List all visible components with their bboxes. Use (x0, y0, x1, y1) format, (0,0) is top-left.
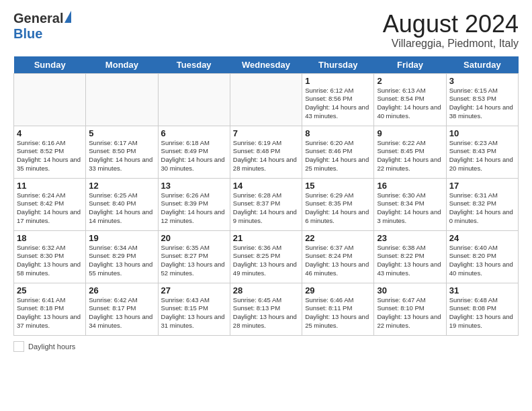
date-number: 6 (161, 128, 227, 138)
cell-info: Sunrise: 6:20 AM Sunset: 8:46 PM Dayligh… (305, 139, 371, 173)
date-number: 11 (17, 181, 83, 191)
week-row-3: 11Sunrise: 6:24 AM Sunset: 8:42 PM Dayli… (14, 178, 519, 230)
cell-2-7: 10Sunrise: 6:23 AM Sunset: 8:43 PM Dayli… (446, 126, 518, 178)
week-row-1: 1Sunrise: 6:12 AM Sunset: 8:56 PM Daylig… (14, 73, 519, 126)
logo-triangle-icon (64, 11, 71, 23)
date-number: 25 (17, 285, 83, 295)
cell-3-2: 12Sunrise: 6:25 AM Sunset: 8:40 PM Dayli… (86, 178, 158, 230)
cell-3-7: 17Sunrise: 6:31 AM Sunset: 8:32 PM Dayli… (446, 178, 518, 230)
cell-info: Sunrise: 6:26 AM Sunset: 8:39 PM Dayligh… (161, 191, 227, 226)
date-number: 13 (161, 181, 227, 191)
cell-info: Sunrise: 6:29 AM Sunset: 8:35 PM Dayligh… (305, 191, 371, 226)
cell-info: Sunrise: 6:41 AM Sunset: 8:18 PM Dayligh… (17, 296, 83, 330)
day-header-tuesday: Tuesday (158, 56, 230, 74)
cell-3-3: 13Sunrise: 6:26 AM Sunset: 8:39 PM Dayli… (158, 178, 230, 230)
day-header-row: SundayMondayTuesdayWednesdayThursdayFrid… (14, 56, 519, 74)
cell-1-5: 1Sunrise: 6:12 AM Sunset: 8:56 PM Daylig… (302, 73, 374, 126)
cell-info: Sunrise: 6:46 AM Sunset: 8:11 PM Dayligh… (305, 296, 371, 330)
cell-info: Sunrise: 6:36 AM Sunset: 8:25 PM Dayligh… (233, 244, 299, 278)
cell-3-6: 16Sunrise: 6:30 AM Sunset: 8:34 PM Dayli… (374, 178, 446, 230)
cell-4-4: 21Sunrise: 6:36 AM Sunset: 8:25 PM Dayli… (230, 230, 302, 283)
cell-2-2: 5Sunrise: 6:17 AM Sunset: 8:50 PM Daylig… (86, 126, 158, 178)
cell-info: Sunrise: 6:22 AM Sunset: 8:45 PM Dayligh… (377, 139, 443, 173)
cell-1-4 (230, 73, 302, 126)
date-number: 5 (89, 128, 154, 138)
cell-5-7: 31Sunrise: 6:48 AM Sunset: 8:08 PM Dayli… (446, 283, 518, 335)
cell-info: Sunrise: 6:37 AM Sunset: 8:24 PM Dayligh… (305, 244, 371, 278)
cell-info: Sunrise: 6:48 AM Sunset: 8:08 PM Dayligh… (449, 296, 515, 330)
cell-1-3 (158, 73, 230, 126)
date-number: 2 (377, 76, 443, 86)
date-number: 8 (305, 128, 371, 138)
day-header-wednesday: Wednesday (230, 56, 302, 74)
date-number: 4 (17, 128, 83, 138)
date-number: 10 (449, 128, 515, 138)
cell-info: Sunrise: 6:43 AM Sunset: 8:15 PM Dayligh… (161, 296, 227, 330)
cell-1-2 (86, 73, 158, 126)
cell-2-4: 7Sunrise: 6:19 AM Sunset: 8:48 PM Daylig… (230, 126, 302, 178)
logo: General Blue (13, 11, 71, 42)
cell-4-3: 20Sunrise: 6:35 AM Sunset: 8:27 PM Dayli… (158, 230, 230, 283)
date-number: 12 (89, 181, 154, 191)
cell-info: Sunrise: 6:19 AM Sunset: 8:48 PM Dayligh… (233, 139, 299, 173)
cell-5-6: 30Sunrise: 6:47 AM Sunset: 8:10 PM Dayli… (374, 283, 446, 335)
date-number: 20 (161, 233, 227, 243)
cell-info: Sunrise: 6:16 AM Sunset: 8:52 PM Dayligh… (17, 139, 83, 173)
page: General Blue August 2024 Villareggia, Pi… (0, 0, 532, 360)
cell-5-5: 29Sunrise: 6:46 AM Sunset: 8:11 PM Dayli… (302, 283, 374, 335)
date-number: 7 (233, 128, 299, 138)
cell-info: Sunrise: 6:15 AM Sunset: 8:53 PM Dayligh… (449, 87, 515, 121)
cell-info: Sunrise: 6:24 AM Sunset: 8:42 PM Dayligh… (17, 191, 83, 226)
cell-info: Sunrise: 6:34 AM Sunset: 8:29 PM Dayligh… (89, 244, 154, 278)
date-number: 16 (377, 181, 443, 191)
calendar-table: SundayMondayTuesdayWednesdayThursdayFrid… (13, 56, 519, 336)
cell-3-5: 15Sunrise: 6:29 AM Sunset: 8:35 PM Dayli… (302, 178, 374, 230)
date-number: 15 (305, 181, 371, 191)
cell-info: Sunrise: 6:13 AM Sunset: 8:54 PM Dayligh… (377, 87, 443, 121)
cell-5-3: 27Sunrise: 6:43 AM Sunset: 8:15 PM Dayli… (158, 283, 230, 335)
header: General Blue August 2024 Villareggia, Pi… (13, 11, 519, 50)
date-number: 30 (377, 285, 443, 295)
day-header-friday: Friday (374, 56, 446, 74)
date-number: 18 (17, 233, 83, 243)
date-number: 3 (449, 76, 515, 86)
cell-info: Sunrise: 6:47 AM Sunset: 8:10 PM Dayligh… (377, 296, 443, 330)
cell-info: Sunrise: 6:30 AM Sunset: 8:34 PM Dayligh… (377, 191, 443, 226)
date-number: 31 (449, 285, 515, 295)
cell-1-1 (14, 73, 86, 126)
cell-info: Sunrise: 6:17 AM Sunset: 8:50 PM Dayligh… (89, 139, 154, 173)
cell-info: Sunrise: 6:23 AM Sunset: 8:43 PM Dayligh… (449, 139, 515, 173)
cell-info: Sunrise: 6:42 AM Sunset: 8:17 PM Dayligh… (89, 296, 154, 330)
cell-3-4: 14Sunrise: 6:28 AM Sunset: 8:37 PM Dayli… (230, 178, 302, 230)
date-number: 28 (233, 285, 299, 295)
cell-2-1: 4Sunrise: 6:16 AM Sunset: 8:52 PM Daylig… (14, 126, 86, 178)
cell-1-6: 2Sunrise: 6:13 AM Sunset: 8:54 PM Daylig… (374, 73, 446, 126)
logo-general-text: General (13, 11, 63, 26)
cell-4-2: 19Sunrise: 6:34 AM Sunset: 8:29 PM Dayli… (86, 230, 158, 283)
cell-info: Sunrise: 6:12 AM Sunset: 8:56 PM Dayligh… (305, 87, 371, 121)
cell-2-3: 6Sunrise: 6:18 AM Sunset: 8:49 PM Daylig… (158, 126, 230, 178)
cell-3-1: 11Sunrise: 6:24 AM Sunset: 8:42 PM Dayli… (14, 178, 86, 230)
date-number: 14 (233, 181, 299, 191)
cell-2-5: 8Sunrise: 6:20 AM Sunset: 8:46 PM Daylig… (302, 126, 374, 178)
cell-1-7: 3Sunrise: 6:15 AM Sunset: 8:53 PM Daylig… (446, 73, 518, 126)
cell-4-7: 24Sunrise: 6:40 AM Sunset: 8:20 PM Dayli… (446, 230, 518, 283)
logo-blue-text: Blue (13, 26, 42, 42)
cell-info: Sunrise: 6:31 AM Sunset: 8:32 PM Dayligh… (449, 191, 515, 226)
title-section: August 2024 Villareggia, Piedmont, Italy (383, 11, 519, 50)
footer: Daylight hours (13, 341, 519, 352)
cell-info: Sunrise: 6:38 AM Sunset: 8:22 PM Dayligh… (377, 244, 443, 278)
main-title: August 2024 (383, 11, 519, 38)
day-header-thursday: Thursday (302, 56, 374, 74)
day-header-sunday: Sunday (14, 56, 86, 74)
footer-box (13, 341, 24, 352)
cell-info: Sunrise: 6:18 AM Sunset: 8:49 PM Dayligh… (161, 139, 227, 173)
cell-4-5: 22Sunrise: 6:37 AM Sunset: 8:24 PM Dayli… (302, 230, 374, 283)
date-number: 22 (305, 233, 371, 243)
cell-info: Sunrise: 6:40 AM Sunset: 8:20 PM Dayligh… (449, 244, 515, 278)
cell-2-6: 9Sunrise: 6:22 AM Sunset: 8:45 PM Daylig… (374, 126, 446, 178)
date-number: 17 (449, 181, 515, 191)
cell-5-4: 28Sunrise: 6:45 AM Sunset: 8:13 PM Dayli… (230, 283, 302, 335)
date-number: 19 (89, 233, 154, 243)
date-number: 23 (377, 233, 443, 243)
